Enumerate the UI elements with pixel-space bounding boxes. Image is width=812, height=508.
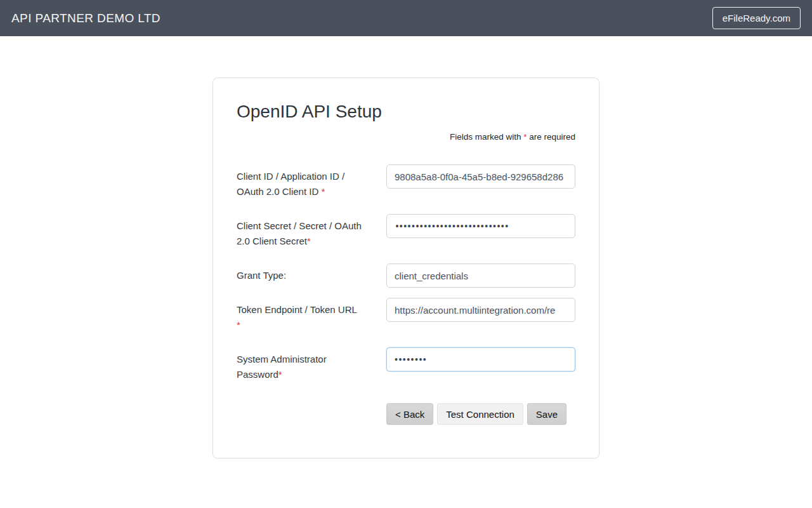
form-row-admin-password: System Administrator Password* [237, 347, 575, 382]
token-endpoint-required-asterisk: * [237, 318, 363, 333]
admin-password-label: System Administrator Password* [237, 347, 386, 382]
grant-type-label: Grant Type: [237, 264, 386, 283]
client-id-input[interactable] [386, 164, 575, 189]
grant-type-label-text: Grant Type: [237, 270, 286, 281]
save-button[interactable]: Save [527, 403, 566, 425]
client-secret-label-text: Client Secret / Secret / OAuth 2.0 Clien… [237, 220, 362, 246]
test-connection-button[interactable]: Test Connection [437, 403, 523, 425]
client-secret-required-asterisk: * [307, 236, 311, 246]
back-button[interactable]: < Back [386, 403, 433, 425]
required-note: Fields marked with * are required [237, 132, 575, 142]
admin-password-input[interactable] [386, 347, 575, 371]
company-title: API PARTNER DEMO LTD [11, 11, 160, 25]
page-title: OpenID API Setup [237, 102, 575, 122]
client-secret-input[interactable] [386, 214, 575, 238]
brand-button[interactable]: eFileReady.com [712, 7, 801, 29]
client-id-required-asterisk: * [318, 186, 325, 197]
token-endpoint-input[interactable] [386, 298, 575, 322]
openid-setup-card: OpenID API Setup Fields marked with * ar… [213, 77, 599, 458]
token-endpoint-label: Token Endpoint / Token URL* [237, 298, 386, 333]
required-note-suffix: are required [527, 132, 575, 142]
app-header: API PARTNER DEMO LTD eFileReady.com [0, 0, 812, 36]
client-id-label: Client ID / Application ID / OAuth 2.0 C… [237, 164, 386, 199]
form-row-client-secret: Client Secret / Secret / OAuth 2.0 Clien… [237, 214, 575, 249]
admin-password-required-asterisk: * [278, 369, 282, 380]
form-row-client-id: Client ID / Application ID / OAuth 2.0 C… [237, 164, 575, 199]
form-actions: < Back Test Connection Save [386, 403, 575, 425]
client-secret-label: Client Secret / Secret / OAuth 2.0 Clien… [237, 214, 386, 249]
grant-type-input[interactable] [386, 264, 575, 288]
client-id-label-text: Client ID / Application ID / OAuth 2.0 C… [237, 171, 344, 197]
main-area: OpenID API Setup Fields marked with * ar… [0, 36, 812, 458]
form-row-grant-type: Grant Type: [237, 264, 575, 288]
token-endpoint-label-text: Token Endpoint / Token URL [237, 304, 357, 315]
required-note-prefix: Fields marked with [450, 132, 523, 142]
form-row-token-endpoint: Token Endpoint / Token URL* [237, 298, 575, 333]
